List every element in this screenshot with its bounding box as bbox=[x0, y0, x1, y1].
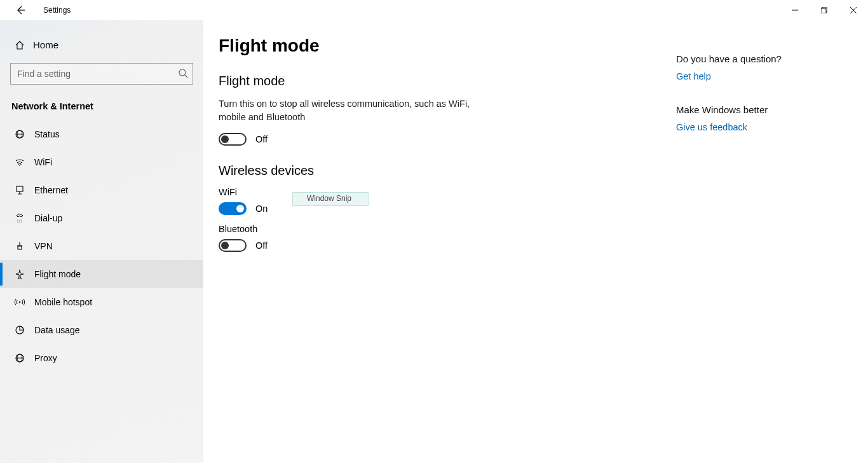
sidebar-item-label: Ethernet bbox=[34, 185, 68, 195]
hotspot-icon bbox=[14, 297, 25, 307]
sidebar-item-dialup[interactable]: Dial-up bbox=[0, 204, 203, 232]
wifi-icon bbox=[14, 157, 25, 167]
sidebar-item-label: WiFi bbox=[34, 157, 52, 167]
flight-mode-toggle[interactable] bbox=[219, 133, 247, 146]
sidebar-item-wifi[interactable]: WiFi bbox=[0, 148, 203, 176]
svg-point-9 bbox=[19, 221, 20, 222]
sidebar-item-label: Mobile hotspot bbox=[34, 297, 92, 307]
wireless-devices-heading: Wireless devices bbox=[219, 163, 676, 178]
data-usage-icon bbox=[14, 325, 25, 335]
app-title: Settings bbox=[43, 6, 71, 15]
close-icon bbox=[850, 7, 857, 13]
svg-point-7 bbox=[21, 219, 22, 220]
sidebar-item-label: Status bbox=[34, 129, 60, 139]
search-input[interactable] bbox=[10, 63, 193, 85]
minimize-button[interactable] bbox=[780, 0, 810, 20]
close-button[interactable] bbox=[839, 0, 868, 20]
sidebar: Home Network & Internet Status WiFi bbox=[0, 20, 203, 463]
sidebar-item-ethernet[interactable]: Ethernet bbox=[0, 176, 203, 204]
question-heading: Do you have a question? bbox=[676, 53, 867, 64]
sidebar-home[interactable]: Home bbox=[0, 33, 203, 57]
sidebar-item-label: Flight mode bbox=[34, 269, 81, 279]
sidebar-item-vpn[interactable]: VPN bbox=[0, 232, 203, 260]
svg-rect-11 bbox=[18, 246, 22, 249]
get-help-link[interactable]: Get help bbox=[676, 71, 711, 81]
give-feedback-link[interactable]: Give us feedback bbox=[676, 122, 747, 132]
sidebar-item-data-usage[interactable]: Data usage bbox=[0, 316, 203, 344]
bluetooth-label: Bluetooth bbox=[219, 224, 676, 234]
svg-point-5 bbox=[17, 219, 18, 220]
flight-mode-state: Off bbox=[255, 134, 268, 144]
feedback-heading: Make Windows better bbox=[676, 104, 867, 115]
bluetooth-subgroup: Bluetooth Off bbox=[219, 224, 676, 252]
back-button[interactable] bbox=[10, 0, 31, 20]
dialup-icon bbox=[14, 213, 25, 223]
minimize-icon bbox=[792, 7, 798, 13]
wifi-toggle[interactable] bbox=[219, 202, 247, 215]
sidebar-home-label: Home bbox=[33, 39, 58, 50]
home-icon bbox=[14, 40, 25, 50]
bluetooth-toggle[interactable] bbox=[219, 239, 247, 252]
content: Flight mode Flight mode Turn this on to … bbox=[219, 36, 676, 463]
titlebar-left: Settings bbox=[0, 0, 71, 20]
proxy-icon bbox=[14, 353, 25, 363]
svg-point-3 bbox=[19, 165, 20, 167]
svg-point-6 bbox=[19, 219, 20, 220]
maximize-button[interactable] bbox=[810, 0, 839, 20]
arrow-left-icon bbox=[15, 5, 25, 15]
airplane-icon bbox=[14, 269, 25, 279]
wifi-state: On bbox=[255, 204, 268, 214]
sidebar-item-proxy[interactable]: Proxy bbox=[0, 344, 203, 372]
svg-point-1 bbox=[179, 69, 186, 76]
sidebar-item-status[interactable]: Status bbox=[0, 120, 203, 148]
vpn-icon bbox=[14, 241, 25, 251]
sidebar-item-label: VPN bbox=[34, 241, 53, 251]
sidebar-item-label: Dial-up bbox=[34, 213, 62, 223]
svg-point-12 bbox=[19, 301, 20, 303]
page-title: Flight mode bbox=[219, 36, 676, 56]
status-icon bbox=[14, 129, 25, 139]
ethernet-icon bbox=[14, 185, 25, 195]
wifi-subgroup: WiFi On bbox=[219, 187, 676, 215]
svg-rect-0 bbox=[821, 8, 826, 13]
main: Flight mode Flight mode Turn this on to … bbox=[203, 20, 868, 463]
search-wrap bbox=[0, 57, 203, 95]
sidebar-item-label: Proxy bbox=[34, 353, 57, 363]
flight-mode-heading: Flight mode bbox=[219, 74, 676, 88]
svg-point-8 bbox=[17, 221, 18, 222]
sidebar-item-flight-mode[interactable]: Flight mode bbox=[0, 260, 203, 288]
window-controls bbox=[780, 0, 868, 20]
right-column: Do you have a question? Get help Make Wi… bbox=[676, 36, 867, 463]
sidebar-item-label: Data usage bbox=[34, 325, 80, 335]
titlebar: Settings bbox=[0, 0, 868, 20]
window-snip-tooltip: Window Snip bbox=[292, 192, 369, 206]
svg-point-10 bbox=[21, 221, 22, 222]
maximize-icon bbox=[821, 7, 827, 13]
svg-rect-4 bbox=[17, 186, 23, 191]
sidebar-category: Network & Internet bbox=[0, 95, 203, 120]
search-icon bbox=[178, 68, 188, 78]
sidebar-item-mobile-hotspot[interactable]: Mobile hotspot bbox=[0, 288, 203, 316]
wifi-label: WiFi bbox=[219, 187, 676, 197]
bluetooth-state: Off bbox=[255, 240, 268, 251]
flight-mode-description: Turn this on to stop all wireless commun… bbox=[219, 97, 485, 124]
